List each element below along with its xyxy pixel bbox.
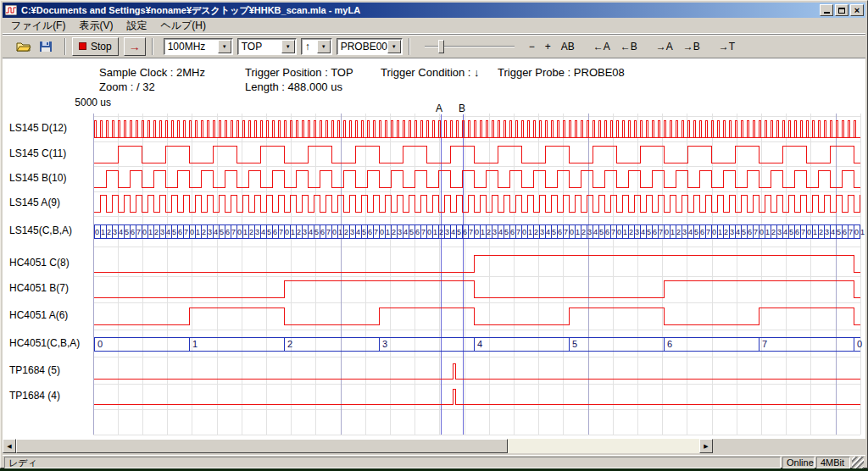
menu-view[interactable]: 表示(V) [72, 17, 120, 35]
resize-grip[interactable] [852, 457, 864, 468]
chevron-down-icon[interactable]: ▼ [218, 40, 231, 53]
status-ready-text: レディ [8, 457, 37, 469]
bus-value: 1 [576, 228, 580, 236]
bus-value: 5 [742, 228, 746, 236]
stop-button-label: Stop [91, 41, 112, 53]
zoom-out-button[interactable]: − [525, 39, 539, 54]
bus-value: 2 [676, 228, 681, 236]
bus-value: 7 [564, 228, 568, 236]
bus-value: 3 [255, 228, 259, 236]
move-left-to-b-button[interactable]: ←B [616, 39, 642, 54]
wave-ls145-d-12 [94, 120, 860, 137]
maximize-button[interactable] [835, 4, 849, 16]
scrollbar-track[interactable] [16, 439, 699, 453]
menu-settings[interactable]: 設定 [120, 17, 153, 35]
scroll-left-button[interactable]: ◀ [3, 439, 16, 453]
maximize-icon [838, 8, 845, 14]
bus-value: 4 [451, 228, 455, 236]
bus-value: 0 [712, 228, 716, 236]
scroll-left-icon: ◀ [7, 443, 11, 450]
bus-value: 4 [688, 228, 693, 236]
bus-value: 6 [320, 228, 325, 236]
status-bar: レディ Online 4MBit [3, 455, 865, 469]
stop-button[interactable]: Stop [72, 37, 119, 56]
sample-clock-value: 100MHz [164, 41, 218, 53]
bus-value: 6 [463, 228, 467, 236]
go-to-trigger-button[interactable]: →T [715, 39, 739, 54]
bus-value: 4 [119, 228, 123, 236]
zoom-slider-thumb[interactable] [438, 40, 444, 53]
bus-value: 5 [314, 228, 319, 236]
bus-value: 7 [326, 228, 331, 236]
scrollbar-thumb[interactable] [16, 439, 508, 453]
minimize-button[interactable] [820, 4, 833, 16]
bus-value: 0 [617, 228, 621, 236]
bus-value: 6 [131, 228, 135, 236]
bus-value: 1 [623, 228, 627, 236]
bus-value: 5 [362, 228, 366, 236]
bus-value: 1 [670, 228, 675, 236]
bus-value: 0 [522, 228, 526, 236]
scroll-right-icon: ▶ [704, 443, 708, 450]
bus-value: 7 [611, 228, 615, 236]
bus-value: 4 [593, 228, 598, 236]
run-button[interactable]: → [124, 37, 146, 56]
chevron-down-icon[interactable]: ▼ [281, 40, 295, 53]
bus-value: 4 [477, 339, 482, 349]
save-file-button[interactable] [36, 39, 55, 54]
toolbar-separator [64, 38, 66, 55]
bus-value: 6 [667, 339, 672, 349]
bus-value: 2 [581, 228, 586, 236]
chevron-down-icon[interactable]: ▼ [317, 40, 331, 53]
close-button[interactable]: × [850, 4, 864, 16]
menu-help[interactable]: ヘルプ(H) [153, 17, 213, 35]
bus-value: 1 [718, 228, 722, 236]
bus-value: 0 [97, 339, 103, 349]
floppy-disk-icon [39, 41, 53, 53]
waveform-plot[interactable]: 0123456701234567012345670123456701234567… [3, 58, 865, 439]
bus-value: 2 [287, 339, 292, 349]
bus-value: 0 [475, 228, 479, 236]
sample-clock-combo[interactable]: 100MHz ▼ [164, 38, 233, 55]
bus-value: 4 [403, 228, 408, 236]
bus-value: 0 [427, 228, 431, 236]
move-right-to-a-button[interactable]: →A [652, 39, 677, 54]
move-left-to-a-button[interactable]: ←A [589, 39, 615, 54]
bus-value: 3 [635, 228, 639, 236]
wave-tp1684-4 [94, 389, 860, 404]
bus-value: 6 [225, 228, 230, 236]
bus-value: 1 [433, 228, 437, 236]
menu-file[interactable]: ファイル(F) [4, 17, 72, 35]
bus-value: 5 [789, 228, 793, 236]
bus-value: 4 [831, 228, 835, 236]
scroll-right-button[interactable]: ▶ [699, 439, 713, 453]
title-bar[interactable]: C:¥Documents and Settings¥noname¥デスクトップ¥… [3, 3, 865, 18]
status-message: レディ [4, 457, 781, 468]
wave-hc4051-c-b-a: 012345670 [94, 337, 862, 351]
bus-value: 7 [706, 228, 710, 236]
move-right-to-b-button[interactable]: →B [679, 39, 704, 54]
bus-value: 3 [398, 228, 402, 236]
bus-value: 2 [771, 228, 776, 236]
menu-bar: ファイル(F) 表示(V) 設定 ヘルプ(H) [3, 18, 865, 34]
trigger-probe-combo[interactable]: PROBE00 ▼ [337, 38, 403, 55]
horizontal-scrollbar[interactable]: ◀ ▶ [3, 439, 713, 453]
ab-cursors-button[interactable]: AB [557, 39, 579, 54]
wave-ls145-a-9 [94, 195, 860, 212]
open-file-button[interactable] [14, 39, 33, 54]
status-memory: 4MBit [816, 457, 850, 468]
stop-icon [79, 42, 86, 50]
bus-value: 4 [356, 228, 360, 236]
zoom-slider[interactable] [425, 38, 515, 55]
bus-value: 4 [214, 228, 218, 236]
status-online-text: Online [787, 457, 814, 468]
trigger-edge-combo[interactable]: ↑ ▼ [301, 38, 332, 55]
bus-value: 4 [166, 228, 170, 236]
zoom-in-button[interactable]: + [541, 39, 555, 54]
bus-value: 3 [303, 228, 307, 236]
bus-value: 2 [107, 228, 111, 236]
bus-value: 1 [813, 228, 817, 236]
chevron-down-icon[interactable]: ▼ [387, 40, 401, 53]
bus-value: 6 [273, 228, 277, 236]
trigger-position-combo[interactable]: TOP ▼ [237, 38, 297, 55]
